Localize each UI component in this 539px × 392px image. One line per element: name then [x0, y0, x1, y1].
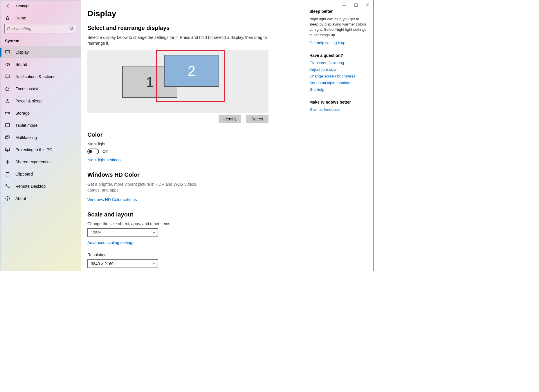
night-light-label: Night light [87, 142, 295, 146]
sidebar-item-focus[interactable]: Focus assist [0, 83, 81, 95]
sleep-body: Night light can help you get to sleep by… [309, 17, 367, 38]
home-icon [5, 15, 10, 21]
question-link-3[interactable]: Set up multiple monitors [309, 81, 367, 85]
display-icon [5, 50, 10, 55]
night-light-toggle[interactable] [87, 149, 99, 154]
sidebar-item-sound[interactable]: Sound [0, 58, 81, 71]
svg-rect-9 [6, 148, 10, 151]
svg-rect-0 [355, 4, 357, 6]
back-button[interactable] [5, 3, 11, 9]
nav-label: Display [15, 50, 29, 55]
nav-label: Focus assist [15, 86, 38, 91]
nav-label: Shared experiences [15, 160, 52, 164]
chevron-down-icon: ▾ [153, 262, 155, 265]
question-link-4[interactable]: Get help [309, 87, 367, 92]
color-heading: Color [87, 131, 295, 138]
sidebar-item-notifications[interactable]: Notifications & actions [0, 71, 81, 83]
sidebar-item-clipboard[interactable]: Clipboard [0, 168, 81, 180]
scale-size-label: Change the size of text, apps, and other… [87, 221, 295, 226]
svg-rect-10 [6, 172, 9, 176]
sidebar-item-shared[interactable]: Shared experiences [0, 156, 81, 168]
arrange-heading: Select and rearrange displays [87, 25, 295, 31]
question-link-0[interactable]: Fix screen flickering [309, 61, 367, 65]
night-light-state: Off [102, 149, 108, 154]
remote-icon [5, 184, 10, 189]
nav-label: Storage [15, 111, 30, 115]
about-icon [5, 196, 10, 201]
sidebar-item-remote[interactable]: Remote Desktop [0, 180, 81, 192]
nav-label: Projecting to this PC [15, 147, 52, 152]
shared-icon [5, 159, 10, 165]
projecting-icon [5, 147, 10, 152]
sleep-link[interactable]: Get help setting it up [309, 41, 367, 45]
identify-button[interactable]: Identify [219, 115, 241, 123]
close-button[interactable] [362, 1, 373, 8]
question-link-1[interactable]: Adjust font size [309, 67, 367, 72]
scale-heading: Scale and layout [87, 211, 295, 218]
sidebar-item-about[interactable]: About [0, 192, 81, 205]
sidebar-item-tablet[interactable]: Tablet mode [0, 119, 81, 131]
night-light-settings-link[interactable]: Night light settings [87, 158, 120, 162]
sidebar-item-storage[interactable]: Storage [0, 107, 81, 119]
storage-icon [5, 111, 10, 116]
sound-icon [5, 62, 10, 67]
detect-button[interactable]: Detect [246, 115, 268, 123]
advanced-scaling-link[interactable]: Advanced scaling settings [87, 240, 134, 245]
feedback-link[interactable]: Give us feedback [309, 107, 367, 112]
right-panel: Sleep better Night light can help you ge… [307, 0, 373, 271]
better-heading: Make Windows better [309, 100, 367, 104]
nav-label: Sound [15, 62, 27, 67]
main-content: Display Select and rearrange displays Se… [81, 0, 307, 271]
sidebar-item-multitasking[interactable]: Multitasking [0, 131, 81, 144]
focus-icon [5, 86, 10, 91]
search-icon [70, 26, 74, 31]
home-button[interactable]: Home [0, 12, 81, 24]
nav-label: Multitasking [15, 135, 37, 140]
svg-rect-8 [6, 137, 8, 139]
svg-rect-2 [6, 50, 10, 53]
sleep-heading: Sleep better [309, 9, 367, 14]
sidebar-item-power[interactable]: Power & sleep [0, 95, 81, 107]
sidebar-item-display[interactable]: Display [0, 46, 81, 58]
hd-color-link[interactable]: Windows HD Color settings [87, 197, 137, 202]
tablet-icon [5, 123, 10, 128]
nav-label: Power & sleep [15, 99, 42, 103]
resolution-value: 3840 × 2160 [91, 261, 113, 266]
svg-point-6 [8, 113, 9, 113]
home-label: Home [15, 16, 26, 20]
nav-label: About [15, 196, 26, 201]
notifications-icon [5, 74, 10, 79]
nav-label: Notifications & actions [15, 74, 55, 79]
search-field[interactable] [7, 26, 70, 31]
monitor-2[interactable]: 2 [164, 55, 219, 87]
window-title: Settings [16, 4, 28, 8]
nav-label: Tablet mode [15, 123, 37, 128]
sidebar-item-projecting[interactable]: Projecting to this PC [0, 144, 81, 156]
sidebar: Settings Home System Display Sound Notif… [0, 0, 81, 271]
hd-desc: Get a brighter, more vibrant picture in … [87, 182, 201, 193]
question-heading: Have a question? [309, 53, 367, 58]
minimize-button[interactable]: — [338, 1, 350, 8]
multitasking-icon [5, 135, 10, 140]
section-label: System [0, 36, 81, 46]
svg-rect-7 [6, 124, 10, 127]
page-title: Display [87, 9, 295, 18]
scale-select[interactable]: 125% ▾ [87, 228, 158, 237]
scale-value: 125% [91, 230, 101, 235]
display-arrange-area[interactable]: 1 2 [87, 50, 268, 113]
svg-point-1 [70, 27, 73, 30]
clipboard-icon [5, 171, 10, 177]
search-input[interactable] [4, 24, 77, 33]
resolution-select[interactable]: 3840 × 2160 ▾ [87, 259, 158, 268]
power-icon [5, 98, 10, 104]
resolution-label: Resolution [87, 252, 295, 257]
svg-rect-3 [6, 75, 9, 78]
arrange-desc: Select a display below to change the set… [87, 35, 273, 46]
maximize-button[interactable] [350, 1, 362, 8]
chevron-down-icon: ▾ [153, 231, 155, 234]
nav-label: Clipboard [15, 172, 33, 176]
question-link-2[interactable]: Change screen brightness [309, 74, 367, 78]
hd-heading: Windows HD Color [87, 171, 295, 178]
nav-label: Remote Desktop [15, 184, 46, 189]
